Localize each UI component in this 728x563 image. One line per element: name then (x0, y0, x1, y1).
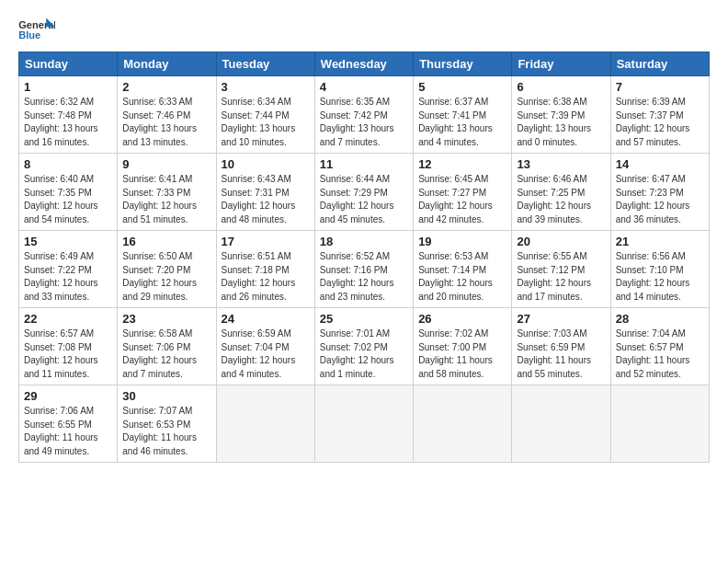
day-number: 30 (122, 389, 210, 403)
day-info: Sunrise: 6:34 AM Sunset: 7:44 PM Dayligh… (222, 96, 310, 149)
day-number: 14 (616, 157, 704, 171)
calendar-cell: 5Sunrise: 6:37 AM Sunset: 7:41 PM Daylig… (414, 76, 512, 154)
day-number: 12 (418, 157, 506, 171)
day-number: 11 (320, 157, 408, 171)
page: General Blue SundayMondayTuesdayWednesda… (0, 0, 728, 563)
day-info: Sunrise: 7:03 AM Sunset: 6:59 PM Dayligh… (517, 327, 605, 381)
calendar-cell: 29Sunrise: 7:06 AM Sunset: 6:55 PM Dayli… (19, 385, 118, 463)
calendar-cell: 11Sunrise: 6:44 AM Sunset: 7:29 PM Dayli… (314, 154, 413, 231)
calendar-cell: 25Sunrise: 7:01 AM Sunset: 7:02 PM Dayli… (314, 308, 413, 385)
day-info: Sunrise: 6:56 AM Sunset: 7:10 PM Dayligh… (616, 250, 704, 304)
calendar-cell: 24Sunrise: 6:59 AM Sunset: 7:04 PM Dayli… (216, 308, 314, 385)
weekday-header-friday: Friday (512, 52, 610, 76)
day-info: Sunrise: 6:39 AM Sunset: 7:37 PM Dayligh… (616, 96, 704, 149)
day-info: Sunrise: 6:58 AM Sunset: 7:06 PM Dayligh… (122, 327, 210, 381)
calendar-cell: 3Sunrise: 6:34 AM Sunset: 7:44 PM Daylig… (216, 76, 314, 154)
day-number: 18 (320, 235, 408, 248)
day-number: 28 (616, 312, 704, 326)
calendar-cell: 27Sunrise: 7:03 AM Sunset: 6:59 PM Dayli… (512, 308, 610, 385)
day-number: 21 (616, 235, 704, 248)
day-number: 25 (320, 312, 408, 326)
day-info: Sunrise: 6:53 AM Sunset: 7:14 PM Dayligh… (418, 250, 506, 304)
day-info: Sunrise: 6:40 AM Sunset: 7:35 PM Dayligh… (24, 173, 112, 226)
calendar-cell: 16Sunrise: 6:50 AM Sunset: 7:20 PM Dayli… (118, 231, 216, 308)
calendar-cell: 28Sunrise: 7:04 AM Sunset: 6:57 PM Dayli… (610, 308, 709, 385)
calendar-cell: 21Sunrise: 6:56 AM Sunset: 7:10 PM Dayli… (610, 231, 709, 308)
calendar-cell: 26Sunrise: 7:02 AM Sunset: 7:00 PM Dayli… (414, 308, 512, 385)
day-number: 17 (222, 235, 310, 248)
day-info: Sunrise: 7:04 AM Sunset: 6:57 PM Dayligh… (616, 327, 704, 381)
day-number: 10 (222, 157, 310, 171)
calendar-cell: 9Sunrise: 6:41 AM Sunset: 7:33 PM Daylig… (118, 154, 216, 231)
weekday-header-thursday: Thursday (414, 52, 512, 76)
day-info: Sunrise: 6:32 AM Sunset: 7:48 PM Dayligh… (24, 96, 112, 149)
day-number: 5 (418, 80, 506, 94)
logo: General Blue (18, 17, 55, 44)
calendar-cell (610, 385, 709, 463)
day-info: Sunrise: 6:35 AM Sunset: 7:42 PM Dayligh… (320, 96, 408, 149)
calendar-table: SundayMondayTuesdayWednesdayThursdayFrid… (18, 52, 710, 463)
weekday-header-tuesday: Tuesday (216, 52, 314, 76)
weekday-header-wednesday: Wednesday (314, 52, 413, 76)
day-number: 1 (24, 80, 112, 94)
calendar-cell: 10Sunrise: 6:43 AM Sunset: 7:31 PM Dayli… (216, 154, 314, 231)
calendar-cell (414, 385, 512, 463)
calendar-cell: 19Sunrise: 6:53 AM Sunset: 7:14 PM Dayli… (414, 231, 512, 308)
day-number: 3 (222, 80, 310, 94)
calendar-cell: 30Sunrise: 7:07 AM Sunset: 6:53 PM Dayli… (118, 385, 216, 463)
calendar-cell (216, 385, 314, 463)
day-info: Sunrise: 6:57 AM Sunset: 7:08 PM Dayligh… (24, 327, 112, 381)
calendar-week-row: 29Sunrise: 7:06 AM Sunset: 6:55 PM Dayli… (19, 385, 710, 463)
calendar-cell: 22Sunrise: 6:57 AM Sunset: 7:08 PM Dayli… (19, 308, 118, 385)
day-number: 20 (517, 235, 605, 248)
day-info: Sunrise: 6:37 AM Sunset: 7:41 PM Dayligh… (418, 96, 506, 149)
calendar-cell: 15Sunrise: 6:49 AM Sunset: 7:22 PM Dayli… (19, 231, 118, 308)
day-number: 9 (122, 157, 210, 171)
day-info: Sunrise: 6:46 AM Sunset: 7:25 PM Dayligh… (517, 173, 605, 226)
calendar-week-row: 15Sunrise: 6:49 AM Sunset: 7:22 PM Dayli… (19, 231, 710, 308)
calendar-cell: 8Sunrise: 6:40 AM Sunset: 7:35 PM Daylig… (19, 154, 118, 231)
logo-icon: General Blue (18, 17, 55, 44)
calendar-cell: 18Sunrise: 6:52 AM Sunset: 7:16 PM Dayli… (314, 231, 413, 308)
day-number: 19 (418, 235, 506, 248)
day-info: Sunrise: 6:51 AM Sunset: 7:18 PM Dayligh… (222, 250, 310, 304)
calendar-cell: 14Sunrise: 6:47 AM Sunset: 7:23 PM Dayli… (610, 154, 709, 231)
calendar-cell: 23Sunrise: 6:58 AM Sunset: 7:06 PM Dayli… (118, 308, 216, 385)
day-number: 27 (517, 312, 605, 326)
calendar-cell: 13Sunrise: 6:46 AM Sunset: 7:25 PM Dayli… (512, 154, 610, 231)
day-info: Sunrise: 6:38 AM Sunset: 7:39 PM Dayligh… (517, 96, 605, 149)
day-info: Sunrise: 6:52 AM Sunset: 7:16 PM Dayligh… (320, 250, 408, 304)
day-info: Sunrise: 7:01 AM Sunset: 7:02 PM Dayligh… (320, 327, 408, 381)
day-info: Sunrise: 6:47 AM Sunset: 7:23 PM Dayligh… (616, 173, 704, 226)
day-info: Sunrise: 6:44 AM Sunset: 7:29 PM Dayligh… (320, 173, 408, 226)
day-number: 2 (122, 80, 210, 94)
calendar-week-row: 1Sunrise: 6:32 AM Sunset: 7:48 PM Daylig… (19, 76, 710, 154)
day-number: 16 (122, 235, 210, 248)
day-number: 15 (24, 235, 112, 248)
calendar-cell: 4Sunrise: 6:35 AM Sunset: 7:42 PM Daylig… (314, 76, 413, 154)
day-info: Sunrise: 6:43 AM Sunset: 7:31 PM Dayligh… (222, 173, 310, 226)
calendar-cell: 2Sunrise: 6:33 AM Sunset: 7:46 PM Daylig… (118, 76, 216, 154)
day-number: 26 (418, 312, 506, 326)
weekday-header-row: SundayMondayTuesdayWednesdayThursdayFrid… (19, 52, 710, 76)
day-number: 22 (24, 312, 112, 326)
day-info: Sunrise: 6:33 AM Sunset: 7:46 PM Dayligh… (122, 96, 210, 149)
calendar-cell: 17Sunrise: 6:51 AM Sunset: 7:18 PM Dayli… (216, 231, 314, 308)
weekday-header-monday: Monday (118, 52, 216, 76)
day-number: 6 (517, 80, 605, 94)
calendar-week-row: 22Sunrise: 6:57 AM Sunset: 7:08 PM Dayli… (19, 308, 710, 385)
day-info: Sunrise: 6:59 AM Sunset: 7:04 PM Dayligh… (222, 327, 310, 381)
day-info: Sunrise: 7:07 AM Sunset: 6:53 PM Dayligh… (122, 405, 210, 458)
calendar-cell: 7Sunrise: 6:39 AM Sunset: 7:37 PM Daylig… (610, 76, 709, 154)
calendar-cell (512, 385, 610, 463)
day-info: Sunrise: 6:50 AM Sunset: 7:20 PM Dayligh… (122, 250, 210, 304)
calendar-cell: 1Sunrise: 6:32 AM Sunset: 7:48 PM Daylig… (19, 76, 118, 154)
day-info: Sunrise: 7:02 AM Sunset: 7:00 PM Dayligh… (418, 327, 506, 381)
day-info: Sunrise: 6:49 AM Sunset: 7:22 PM Dayligh… (24, 250, 112, 304)
day-info: Sunrise: 6:41 AM Sunset: 7:33 PM Dayligh… (122, 173, 210, 226)
day-info: Sunrise: 6:45 AM Sunset: 7:27 PM Dayligh… (418, 173, 506, 226)
calendar-cell: 6Sunrise: 6:38 AM Sunset: 7:39 PM Daylig… (512, 76, 610, 154)
day-number: 8 (24, 157, 112, 171)
day-info: Sunrise: 6:55 AM Sunset: 7:12 PM Dayligh… (517, 250, 605, 304)
weekday-header-sunday: Sunday (19, 52, 118, 76)
